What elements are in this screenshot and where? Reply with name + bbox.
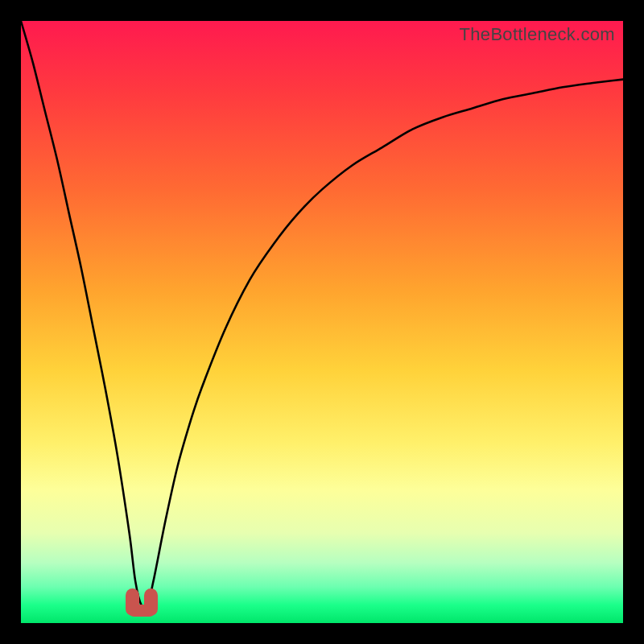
bottleneck-curve-path [21,21,623,608]
min-marker-right [144,588,158,616]
plot-area: TheBottleneck.com [21,21,623,623]
chart-frame: TheBottleneck.com [0,0,644,644]
curve-svg [21,21,623,623]
